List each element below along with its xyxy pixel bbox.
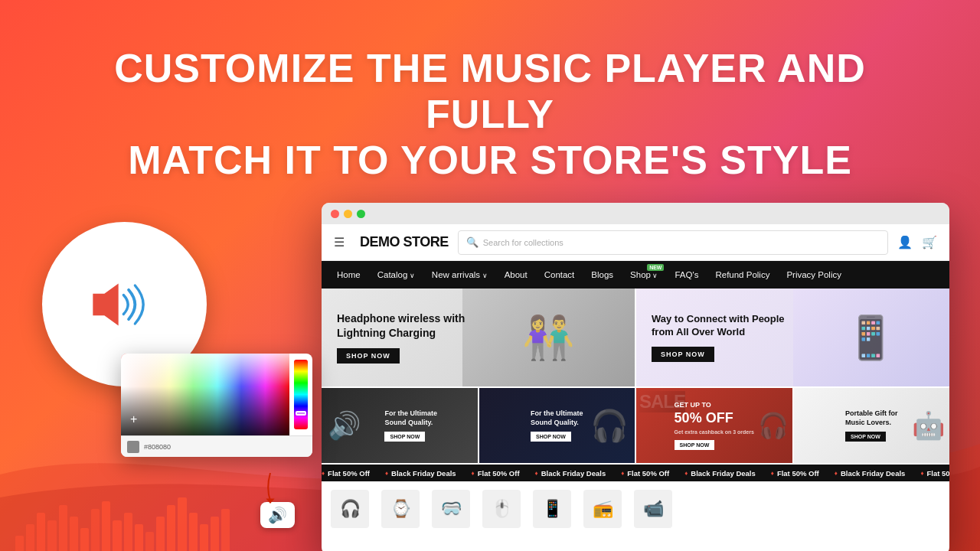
- eq-bar-13: [156, 517, 165, 551]
- eq-bar-11: [135, 524, 143, 551]
- banner-speaker-text: For the UltimateSound Quality. SHOP NOW: [384, 409, 437, 441]
- nav-item-contact[interactable]: Contact: [544, 270, 575, 279]
- eq-bar-10: [124, 513, 132, 551]
- speaker-icon: [87, 274, 163, 335]
- store-header-icons: 👤 🛒: [897, 235, 937, 249]
- eq-bar-6: [80, 528, 89, 551]
- nav-item-about[interactable]: About: [505, 270, 528, 279]
- ticker-item-2: ♦Flat 50% Off: [472, 469, 520, 478]
- product-thumb-1[interactable]: ⌚: [381, 490, 420, 528]
- ticker-text: Flat 50% Off: [627, 469, 669, 478]
- banner-headphone-btn[interactable]: SHOP NOW: [531, 432, 571, 442]
- nav-item-privacy-policy[interactable]: Privacy Policy: [786, 270, 841, 279]
- ticker-text: Flat 50% Off: [777, 469, 819, 478]
- nav-item-catalog[interactable]: Catalog: [377, 270, 415, 279]
- color-picker-gradient[interactable]: +: [121, 354, 312, 435]
- eq-bar-8: [102, 501, 110, 551]
- browser-titlebar: [322, 203, 949, 224]
- robot-icon: 🤖: [912, 410, 946, 442]
- hero-right-content: Way to Connect with Peoplefrom All Over …: [652, 313, 785, 363]
- nav-item-new-arrivals[interactable]: New arrivals: [432, 270, 488, 279]
- saturation-overlay: [121, 354, 289, 435]
- hero-left-content: Headphone wireless withLightning Chargin…: [337, 311, 465, 363]
- cart-icon[interactable]: 🛒: [922, 235, 937, 249]
- browser-window: ☰ DEMO STORE 🔍 Search for collections 👤 …: [322, 203, 949, 551]
- eq-bar-16: [189, 513, 198, 551]
- banner-sale-btn[interactable]: SHOP NOW: [675, 440, 715, 450]
- user-icon[interactable]: 👤: [897, 235, 913, 249]
- product-thumb-0[interactable]: 🎧: [331, 490, 369, 528]
- product-thumb-2[interactable]: 🥽: [432, 490, 470, 528]
- hero-left-image: 👫: [462, 289, 635, 386]
- window-maximize-dot[interactable]: [357, 210, 365, 218]
- ticker-item-0: ♦Flat 50% Off: [322, 469, 370, 478]
- eq-bar-2: [37, 513, 45, 551]
- hex-value: #808080: [144, 443, 171, 451]
- hue-slider[interactable]: [294, 360, 308, 429]
- nav-item-blogs[interactable]: Blogs: [591, 270, 613, 279]
- product-thumb-5[interactable]: 📻: [583, 490, 622, 528]
- banner-sale-text: GET UP TO50% OFF Get extra cashback on 3…: [675, 401, 754, 451]
- eq-bar-3: [47, 520, 56, 551]
- ticker-item-7: ♦Black Friday Deals: [835, 469, 906, 478]
- store-search-bar[interactable]: 🔍 Search for collections: [458, 230, 888, 255]
- banner-sale: SALE GET UP TO50% OFF Get extra cashback…: [636, 388, 794, 463]
- window-minimize-dot[interactable]: [344, 210, 352, 218]
- eq-bar-14: [167, 505, 175, 551]
- hero-banner-left: Headphone wireless withLightning Chargin…: [322, 289, 635, 386]
- product-thumb-4[interactable]: 📱: [533, 490, 571, 528]
- ticker-content: ♦Flat 50% Off♦Black Friday Deals♦Flat 50…: [322, 469, 949, 478]
- window-close-dot[interactable]: [331, 210, 339, 218]
- eq-bar-0: [15, 536, 24, 551]
- banner-robot-btn[interactable]: SHOP NOW: [845, 432, 886, 442]
- ticker-item-5: ♦Black Friday Deals: [684, 469, 756, 478]
- nav-item-refund-policy[interactable]: Refund Policy: [715, 270, 769, 279]
- banner-headphone: 🎧 For the UltimateSound Quality. SHOP NO…: [479, 388, 637, 463]
- banners-row: 🔊 For the UltimateSound Quality. SHOP NO…: [322, 386, 949, 463]
- hamburger-icon[interactable]: ☰: [334, 235, 345, 249]
- nav-item-shop[interactable]: ShopNEW: [630, 270, 658, 279]
- color-gradient-main[interactable]: +: [121, 354, 289, 435]
- eq-bar-18: [211, 517, 219, 551]
- ticker-diamond-icon: ♦: [322, 470, 325, 477]
- ticker-item-1: ♦Black Friday Deals: [385, 469, 456, 478]
- store-nav: HomeCatalogNew arrivalsAboutContactBlogs…: [322, 261, 949, 289]
- headphone-illustration: 👫: [522, 313, 575, 363]
- ticker-text: Black Friday Deals: [841, 469, 906, 478]
- headline-line2: MATCH IT TO YOUR STORE'S STYLE: [61, 138, 919, 184]
- eq-bar-12: [145, 532, 154, 551]
- nav-item-home[interactable]: Home: [337, 270, 361, 279]
- nav-item-faq-s[interactable]: FAQ's: [675, 270, 698, 279]
- search-icon: 🔍: [466, 236, 479, 248]
- eq-bar-1: [26, 524, 34, 551]
- hero-right-image: 📱: [793, 289, 950, 386]
- ticker-text: Black Friday Deals: [391, 469, 456, 478]
- ticker-text: Flat 50% Off: [478, 469, 520, 478]
- hero-left-title: Headphone wireless withLightning Chargin…: [337, 311, 465, 339]
- hero-right-shop-btn[interactable]: SHOP NOW: [652, 347, 714, 362]
- hero-banner-right: Way to Connect with Peoplefrom All Over …: [635, 289, 949, 386]
- ticker-diamond-icon: ♦: [385, 470, 388, 477]
- eq-bar-19: [221, 509, 230, 551]
- banner-speaker: 🔊 For the UltimateSound Quality. SHOP NO…: [322, 388, 479, 463]
- product-thumb-6[interactable]: 📹: [634, 490, 672, 528]
- eq-bar-15: [178, 497, 186, 551]
- eq-bar-9: [113, 520, 121, 551]
- search-placeholder: Search for collections: [483, 238, 564, 247]
- ticker-diamond-icon: ♦: [771, 470, 774, 477]
- color-picker-widget[interactable]: + #808080: [121, 354, 312, 457]
- store-header: ☰ DEMO STORE 🔍 Search for collections 👤 …: [322, 224, 949, 261]
- nav-badge-shop: NEW: [647, 264, 664, 271]
- product-thumb-3[interactable]: 🖱️: [482, 490, 521, 528]
- ticker-text: Black Friday Deals: [541, 469, 606, 478]
- hue-thumb[interactable]: [296, 411, 306, 416]
- banner-speaker-btn[interactable]: SHOP NOW: [384, 432, 425, 442]
- color-swatch: [127, 441, 139, 453]
- ticker-text: Flat 50% Off: [926, 469, 949, 478]
- hero-left-shop-btn[interactable]: SHOP NOW: [337, 348, 400, 364]
- eq-bar-7: [91, 509, 100, 551]
- sale-headphone-icon: 🎧: [758, 411, 789, 440]
- ticker-diamond-icon: ♦: [835, 470, 838, 477]
- ticker-item-4: ♦Flat 50% Off: [621, 469, 669, 478]
- ticker-diamond-icon: ♦: [684, 470, 688, 477]
